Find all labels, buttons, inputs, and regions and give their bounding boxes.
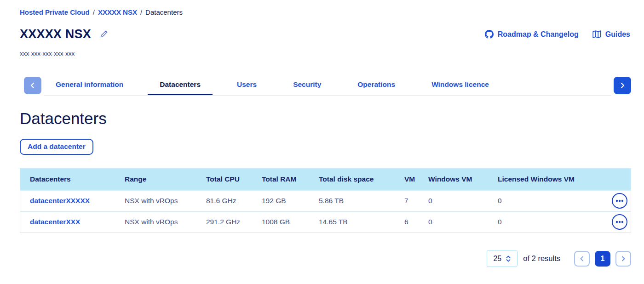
cell-vm: 6 <box>395 218 419 226</box>
column-header-total-ram: Total RAM <box>252 175 309 183</box>
tabs-scroll-right-button[interactable] <box>614 77 631 94</box>
tab-strip: General information Datacenters Users Se… <box>20 75 631 96</box>
table-header-row: Datacenters Range Total CPU Total RAM To… <box>20 169 631 190</box>
column-header-total-disk-space: Total disk space <box>309 175 395 183</box>
column-header-range: Range <box>115 175 196 183</box>
page-1-button[interactable]: 1 <box>595 251 610 267</box>
cell-windows-vm: 0 <box>419 197 488 205</box>
edit-title-button[interactable] <box>98 28 110 41</box>
row-actions-menu-button[interactable] <box>612 193 627 209</box>
cell-total-disk: 5.86 TB <box>309 197 395 205</box>
pager: 1 <box>574 251 631 267</box>
chevron-right-icon <box>620 82 625 89</box>
cell-licensed-windows-vm: 0 <box>488 197 590 205</box>
tabs: General information Datacenters Users Se… <box>44 75 611 96</box>
add-datacenter-button[interactable]: Add a datacenter <box>20 139 93 155</box>
breadcrumb-current: Datacenters <box>145 8 183 16</box>
breadcrumb: Hosted Private Cloud / XXXXX NSX / Datac… <box>20 8 631 16</box>
breadcrumb-link-hosted-private-cloud[interactable]: Hosted Private Cloud <box>20 8 90 16</box>
column-header-vm: VM <box>395 175 419 183</box>
table-row: datacenterXXX NSX with vROps 291.2 GHz 1… <box>20 211 631 232</box>
row-actions-menu-button[interactable] <box>612 214 627 230</box>
roadmap-changelog-label: Roadmap & Changelog <box>498 30 579 39</box>
cell-licensed-windows-vm: 0 <box>488 218 590 226</box>
datacenters-page: Hosted Private Cloud / XXXXX NSX / Datac… <box>0 0 644 267</box>
page-size-select[interactable]: 25 <box>487 250 518 267</box>
tab-operations[interactable]: Operations <box>345 75 407 95</box>
cell-total-disk: 14.65 TB <box>309 218 395 226</box>
breadcrumb-link-service[interactable]: XXXXX NSX <box>98 8 137 16</box>
column-header-datacenters: Datacenters <box>20 175 115 183</box>
github-icon <box>485 30 494 39</box>
cell-total-cpu: 291.2 GHz <box>196 218 252 226</box>
tab-users[interactable]: Users <box>225 75 269 95</box>
cell-vm: 7 <box>395 197 419 205</box>
service-id: xxx-xxx-xxx-xxx-xxx <box>20 50 110 57</box>
column-header-total-cpu: Total CPU <box>196 175 252 183</box>
page-title: XXXXX NSX <box>20 27 91 41</box>
breadcrumb-separator: / <box>93 8 95 16</box>
cell-range: NSX with vROps <box>115 197 196 205</box>
datacenter-link[interactable]: datacenterXXX <box>20 218 115 226</box>
cell-total-ram: 1008 GB <box>252 218 309 226</box>
column-header-windows-vm: Windows VM <box>419 175 488 183</box>
tab-datacenters[interactable]: Datacenters <box>148 75 213 95</box>
cell-range: NSX with vROps <box>115 218 196 226</box>
chevron-left-icon <box>580 256 584 261</box>
cell-total-cpu: 81.6 GHz <box>196 197 252 205</box>
tab-security[interactable]: Security <box>281 75 333 95</box>
quick-links: Roadmap & Changelog Guides <box>485 30 630 39</box>
tab-windows-licence[interactable]: Windows licence <box>420 75 501 95</box>
breadcrumb-separator: / <box>140 8 142 16</box>
chevron-up-down-icon <box>506 256 511 262</box>
column-header-licensed-windows-vm: Licensed Windows VM <box>488 175 590 183</box>
tab-general-information[interactable]: General information <box>44 75 135 95</box>
guides-link[interactable]: Guides <box>592 30 630 39</box>
results-count-label: of 2 results <box>523 254 560 263</box>
cell-total-ram: 192 GB <box>252 197 309 205</box>
ellipsis-icon <box>615 221 624 223</box>
next-page-button[interactable] <box>615 251 631 267</box>
chevron-right-icon <box>621 256 626 261</box>
page-size-value: 25 <box>493 255 501 263</box>
chevron-left-icon <box>30 82 35 89</box>
previous-page-button[interactable] <box>574 251 590 267</box>
title-block: XXXXX NSX xxx-xxx-xxx-xxx-xxx <box>20 27 110 57</box>
page-header: XXXXX NSX xxx-xxx-xxx-xxx-xxx <box>20 27 631 57</box>
pencil-icon <box>99 29 109 40</box>
tabs-scroll-left-button[interactable] <box>24 77 41 94</box>
ellipsis-icon <box>615 199 624 202</box>
table-row: datacenterXXXXX NSX with vROps 81.6 GHz … <box>20 190 631 211</box>
roadmap-changelog-link[interactable]: Roadmap & Changelog <box>485 30 579 39</box>
cell-windows-vm: 0 <box>419 218 488 226</box>
datacenter-link[interactable]: datacenterXXXXX <box>20 197 115 205</box>
pagination: 25 of 2 results 1 <box>20 250 631 267</box>
section-title: Datacenters <box>20 109 631 128</box>
book-icon <box>592 30 601 39</box>
guides-label: Guides <box>605 30 630 39</box>
datacenters-table: Datacenters Range Total CPU Total RAM To… <box>20 168 631 233</box>
